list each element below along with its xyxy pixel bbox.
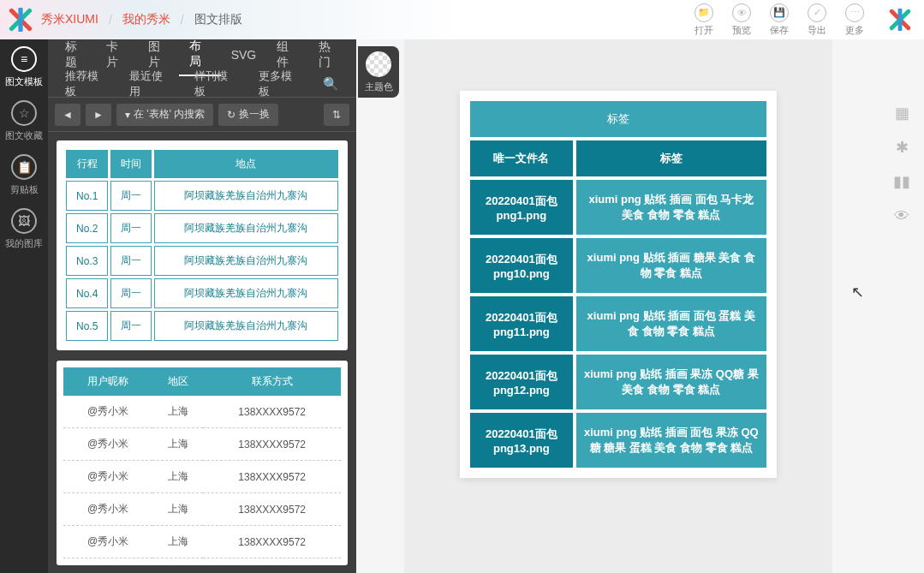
clipboard-icon: 📋 [11,154,37,180]
save-button[interactable]: 💾保存 [770,3,789,37]
theme-color-button[interactable]: 主题色 [358,46,399,98]
search-filter-button[interactable]: ▾ 在 '表格' 内搜索 [116,104,213,126]
table-row: 20220401面包png13.pngxiumi png 贴纸 插画 面包 果冻… [470,413,766,468]
top-actions: 📁打开 👁预览 💾保存 ✓导出 ⋯更多 [694,3,864,37]
dots-icon: ⋯ [845,3,864,22]
star-icon: ☆ [11,100,37,126]
subtab-recommended[interactable]: 推荐模板 [55,69,119,99]
lines-icon: ≡ [11,46,37,72]
template-table-1: 行程时间地点 No.1周一阿坝藏族羌族自治州九寨沟 No.2周一阿坝藏族羌族自治… [63,147,341,343]
save-icon: 💾 [770,3,789,22]
content-table[interactable]: 标签 唯一文件名标签 20220401面包png1.pngxiumi png 贴… [467,98,770,471]
col-header-tags[interactable]: 标签 [576,140,766,176]
breadcrumb-current: 图文排版 [194,12,242,27]
subtab-sample[interactable]: 样刊模板 [184,69,248,99]
left-rail: ≡图文模板 ☆图文收藏 📋剪贴板 🖼我的图库 [0,39,48,573]
back-button[interactable]: ◄ [55,104,80,126]
more-button[interactable]: ⋯更多 [845,3,864,37]
rail-templates[interactable]: ≡图文模板 [3,46,45,88]
search-icon[interactable]: 🔍 [313,76,349,92]
tab-hot[interactable]: 热门 [308,39,349,70]
tab-title[interactable]: 标题 [55,39,96,70]
table-row: 20220401面包png12.pngxiumi png 贴纸 插画 果冻 QQ… [470,355,766,409]
table-row: 20220401面包png1.pngxiumi png 贴纸 插画 面包 马卡龙… [470,180,766,235]
breadcrumb-brand[interactable]: 秀米XIUMI [41,12,98,27]
templates-scroll[interactable]: 行程时间地点 No.1周一阿坝藏族羌族自治州九寨沟 No.2周一阿坝藏族羌族自治… [48,132,356,573]
breadcrumb-mine[interactable]: 我的秀米 [122,12,170,27]
tab-component[interactable]: 组件 [266,39,307,70]
xiumi-logo-right[interactable] [889,9,911,31]
rail-favorites[interactable]: ☆图文收藏 [3,100,45,142]
subtab-recent[interactable]: 最近使用 [119,69,183,99]
table-row: 20220401面包png10.pngxiumi png 贴纸 插画 糖果 美食… [470,238,766,293]
panel-toolbar: ◄ ► ▾ 在 '表格' 内搜索 ↻ 换一换 ⇅ [48,98,356,132]
table-title[interactable]: 标签 [470,101,766,137]
export-button[interactable]: ✓导出 [808,3,826,37]
folder-icon: 📁 [694,3,713,22]
document-content[interactable]: 标签 唯一文件名标签 20220401面包png1.pngxiumi png 贴… [460,91,777,478]
forward-button[interactable]: ► [86,104,111,126]
template-item-2[interactable]: 用户昵称地区联系方式 @秀小米上海138XXXX9572 @秀小米上海138XX… [57,361,348,565]
sparkle-icon[interactable]: ✱ [891,137,912,158]
checker-icon [366,51,391,77]
grid-icon[interactable]: ▦ [891,103,912,123]
rail-clipboard[interactable]: 📋剪贴板 [3,154,45,196]
open-button[interactable]: 📁打开 [694,3,713,37]
right-tool-rail: ▦ ✱ ▮▮ 👁 [891,103,912,226]
check-icon: ✓ [808,3,826,22]
visibility-icon[interactable]: 👁 [891,206,912,226]
col-header-filename[interactable]: 唯一文件名 [470,140,573,176]
chart-icon[interactable]: ▮▮ [891,171,912,192]
template-panel: 主题色 标题 卡片 图片 布局 SVG 组件 热门 推荐模板 最近使用 样刊模板… [48,39,356,573]
editor-canvas[interactable]: 标签 唯一文件名标签 20220401面包png1.pngxiumi png 贴… [404,39,832,573]
sort-button[interactable]: ⇅ [324,104,349,126]
subtab-more[interactable]: 更多模板 [248,69,313,99]
cursor-icon: ↖ [851,283,864,301]
xiumi-logo [9,8,33,32]
sub-tabs: 推荐模板 最近使用 样刊模板 更多模板 🔍 [48,70,356,98]
template-item-1[interactable]: 行程时间地点 No.1周一阿坝藏族羌族自治州九寨沟 No.2周一阿坝藏族羌族自治… [57,140,348,350]
tab-svg[interactable]: SVG [221,48,267,62]
top-bar: 秀米XIUMI / 我的秀米 / 图文排版 📁打开 👁预览 💾保存 ✓导出 ⋯更… [0,0,924,39]
template-table-2: 用户昵称地区联系方式 @秀小米上海138XXXX9572 @秀小米上海138XX… [63,367,341,558]
tab-card[interactable]: 卡片 [96,39,137,70]
tab-image[interactable]: 图片 [138,39,179,70]
image-icon: 🖼 [11,208,37,234]
table-row: 20220401面包png11.pngxiumi png 贴纸 插画 面包 蛋糕… [470,296,766,351]
eye-icon: 👁 [732,3,751,22]
category-tabs: 标题 卡片 图片 布局 SVG 组件 热门 [48,39,356,70]
shuffle-button[interactable]: ↻ 换一换 [218,104,278,126]
preview-button[interactable]: 👁预览 [732,3,751,37]
breadcrumb: 秀米XIUMI / 我的秀米 / 图文排版 [41,12,242,27]
rail-mylib[interactable]: 🖼我的图库 [3,208,45,250]
